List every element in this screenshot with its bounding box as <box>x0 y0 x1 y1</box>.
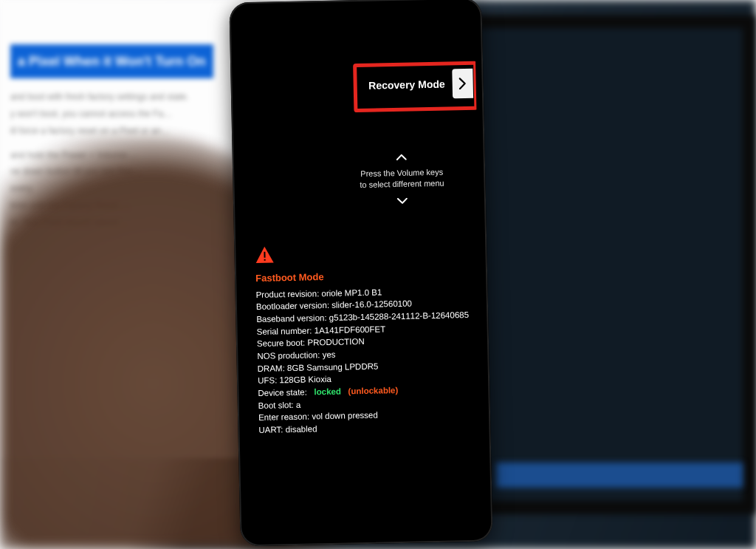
svg-rect-0 <box>264 252 265 258</box>
phone-device: Recovery Mode Press the Volume keys to s… <box>229 0 492 547</box>
volume-hint-line2: to select different menu <box>339 177 464 191</box>
article-headline: a Pixel When it Won't Turn On <box>10 44 213 78</box>
chevron-right-icon <box>452 69 473 99</box>
svg-rect-1 <box>264 259 266 261</box>
recovery-mode-option[interactable]: Recovery Mode <box>361 69 473 100</box>
background-monitor <box>456 15 756 514</box>
device-state-locked: locked <box>314 386 341 396</box>
warning-triangle-icon <box>255 245 274 264</box>
chevron-up-icon <box>339 150 464 163</box>
fastboot-title: Fastboot Mode <box>255 267 471 286</box>
volume-key-hint: Press the Volume keys to select differen… <box>339 150 466 207</box>
fastboot-info: Fastboot Mode Product revision: oriole M… <box>255 242 474 437</box>
background-taskbar <box>496 463 743 488</box>
device-state-unlockable: (unlockable) <box>348 386 398 395</box>
recovery-mode-label: Recovery Mode <box>361 70 453 99</box>
chevron-down-icon <box>340 194 465 208</box>
phone-screen: Recovery Mode Press the Volume keys to s… <box>237 8 486 536</box>
